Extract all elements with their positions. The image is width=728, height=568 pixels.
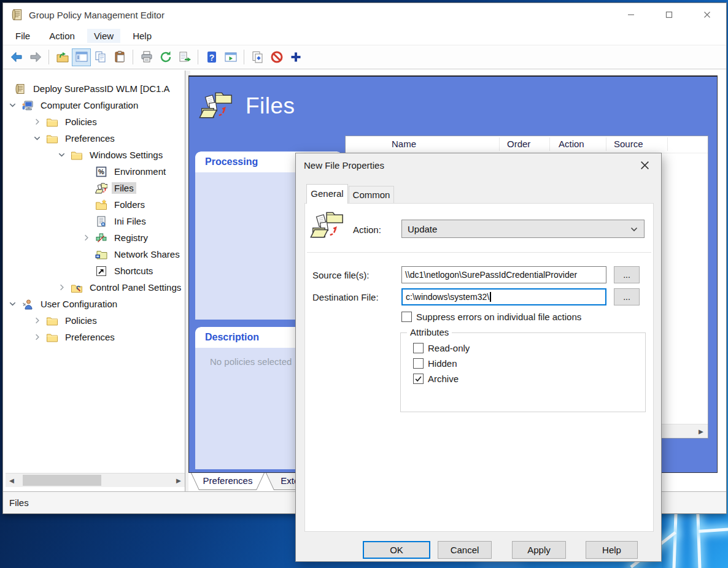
- forward-arrow-button[interactable]: [26, 48, 45, 66]
- column-header-source[interactable]: Source: [614, 139, 643, 149]
- ini-files-icon: [95, 215, 109, 228]
- tree-item-registry[interactable]: Registry: [6, 229, 185, 246]
- column-header-name[interactable]: Name: [392, 139, 416, 149]
- dialog-tab-common[interactable]: Common: [349, 186, 394, 204]
- ok-button[interactable]: OK: [363, 541, 430, 559]
- tree-item-label: Deploy SurePassID WLM [DC1.A: [31, 83, 172, 94]
- column-header-order[interactable]: Order: [507, 139, 530, 149]
- refresh-button[interactable]: [156, 48, 175, 66]
- checkbox-archive[interactable]: Archive: [413, 374, 459, 384]
- minimize-button[interactable]: [612, 3, 650, 26]
- tree-item-label: Policies: [63, 315, 99, 326]
- scroll-left-button[interactable]: ◄: [6, 474, 18, 487]
- browse-button[interactable]: ...: [614, 266, 640, 283]
- tree-item-label: Windows Settings: [87, 149, 165, 161]
- help-button[interactable]: Help: [586, 541, 638, 559]
- destination-file-input[interactable]: c:\windows\system32\: [401, 288, 606, 305]
- chevron-expanded-icon[interactable]: [57, 150, 71, 161]
- menu-file[interactable]: File: [9, 29, 37, 43]
- checked-checkbox-icon[interactable]: [413, 374, 424, 384]
- menu-help[interactable]: Help: [126, 29, 158, 43]
- title-bar: Group Policy Management Editor: [3, 3, 726, 26]
- checkbox-hidden[interactable]: Hidden: [413, 358, 457, 369]
- tree-item-label: User Configuration: [38, 298, 120, 310]
- add-button[interactable]: [286, 48, 305, 66]
- action-select[interactable]: Update: [401, 220, 645, 238]
- toolbar: ?: [3, 45, 726, 69]
- svg-text:%: %: [98, 168, 104, 175]
- prohibit-button[interactable]: [267, 48, 286, 66]
- checkbox-label: Archive: [428, 374, 459, 384]
- chevron-collapsed-icon[interactable]: [33, 117, 46, 128]
- checkbox-suppress-errors-on-individual-file-actions[interactable]: Suppress errors on individual file actio…: [401, 312, 581, 322]
- maximize-button[interactable]: [650, 3, 688, 26]
- tree-horizontal-scrollbar[interactable]: ◄ ►: [6, 473, 185, 487]
- paste-button[interactable]: [110, 48, 129, 66]
- copy-button[interactable]: [91, 48, 110, 66]
- tree-item-files[interactable]: Files: [6, 180, 185, 196]
- apply-button[interactable]: Apply: [512, 541, 566, 559]
- tree-item-policies[interactable]: Policies: [6, 113, 185, 130]
- tree-item-user-configuration[interactable]: User Configuration: [6, 296, 185, 312]
- scroll-right-button[interactable]: ►: [172, 474, 185, 487]
- folder-icon: [46, 315, 60, 327]
- column-separator[interactable]: [667, 137, 668, 151]
- unchecked-checkbox-icon[interactable]: [413, 358, 424, 369]
- tree-item-computer-configuration[interactable]: Computer Configuration: [6, 97, 185, 113]
- chevron-collapsed-icon[interactable]: [82, 232, 95, 244]
- tree-item-label: Control Panel Settings: [87, 282, 184, 293]
- chevron-expanded-icon[interactable]: [33, 133, 46, 144]
- source-file-s-input[interactable]: \\dc1\netlogon\SurePassIdCredentialProvi…: [401, 266, 606, 283]
- property-sheet-button[interactable]: [248, 48, 267, 66]
- gpo-scroll-icon: [10, 8, 24, 21]
- unchecked-checkbox-icon[interactable]: [401, 312, 412, 322]
- chevron-expanded-icon[interactable]: [8, 299, 21, 310]
- column-separator[interactable]: [499, 137, 500, 151]
- tree-item-preferences[interactable]: Preferences: [6, 130, 185, 147]
- dialog-title-bar: New File Properties: [296, 153, 661, 177]
- scroll-right-button[interactable]: ►: [695, 426, 707, 437]
- chevron-slot: [82, 166, 95, 177]
- close-icon[interactable]: [630, 155, 659, 175]
- folder-icon: [46, 116, 60, 128]
- close-button[interactable]: [688, 3, 726, 26]
- view-tab-preferences[interactable]: Preferences: [191, 473, 265, 490]
- print-button[interactable]: [137, 48, 156, 66]
- back-arrow-button[interactable]: [7, 48, 26, 66]
- help-button[interactable]: ?: [202, 48, 221, 66]
- export-list-button[interactable]: [175, 48, 194, 66]
- console-tree-button[interactable]: [72, 48, 91, 66]
- chevron-collapsed-icon[interactable]: [33, 315, 46, 326]
- checkbox-label: Hidden: [428, 358, 457, 369]
- menu-action[interactable]: Action: [42, 29, 82, 43]
- scroll-thumb[interactable]: [23, 475, 101, 486]
- up-folder-button[interactable]: [53, 48, 72, 66]
- tree-item-environment[interactable]: %Environment: [6, 163, 185, 180]
- browse-button[interactable]: ...: [614, 288, 640, 305]
- column-header-action[interactable]: Action: [559, 139, 584, 149]
- tree-item-policies[interactable]: Policies: [6, 312, 185, 329]
- computer-icon: [21, 99, 35, 112]
- tree-item-folders[interactable]: Folders: [6, 196, 185, 213]
- divider: [307, 252, 651, 253]
- tree-item-ini-files[interactable]: Ini Files: [6, 213, 185, 229]
- tree-item-windows-settings[interactable]: Windows Settings: [6, 147, 185, 163]
- tree-item-network-shares[interactable]: Network Shares: [6, 246, 185, 263]
- column-separator[interactable]: [606, 137, 606, 151]
- unchecked-checkbox-icon[interactable]: [413, 343, 424, 353]
- tree-item-deploy-surepassid-wlm-dc1-a[interactable]: Deploy SurePassID WLM [DC1.A: [6, 80, 185, 97]
- tree-item-preferences[interactable]: Preferences: [6, 329, 185, 345]
- tree-item-shortcuts[interactable]: Shortcuts: [6, 263, 185, 279]
- menu-view[interactable]: View: [87, 29, 120, 43]
- chevron-collapsed-icon[interactable]: [57, 282, 71, 293]
- tree-item-control-panel-settings[interactable]: Control Panel Settings: [6, 279, 185, 296]
- checkbox-read-only[interactable]: Read-only: [413, 343, 470, 353]
- chevron-collapsed-icon[interactable]: [33, 332, 46, 343]
- files-icon: [199, 89, 233, 123]
- input-value: c:\windows\system32\: [406, 292, 489, 302]
- window-view-button[interactable]: [221, 48, 240, 66]
- column-separator[interactable]: [549, 137, 550, 151]
- dialog-tab-general[interactable]: General: [306, 184, 348, 204]
- cancel-button[interactable]: Cancel: [438, 541, 492, 559]
- chevron-expanded-icon[interactable]: [8, 100, 21, 111]
